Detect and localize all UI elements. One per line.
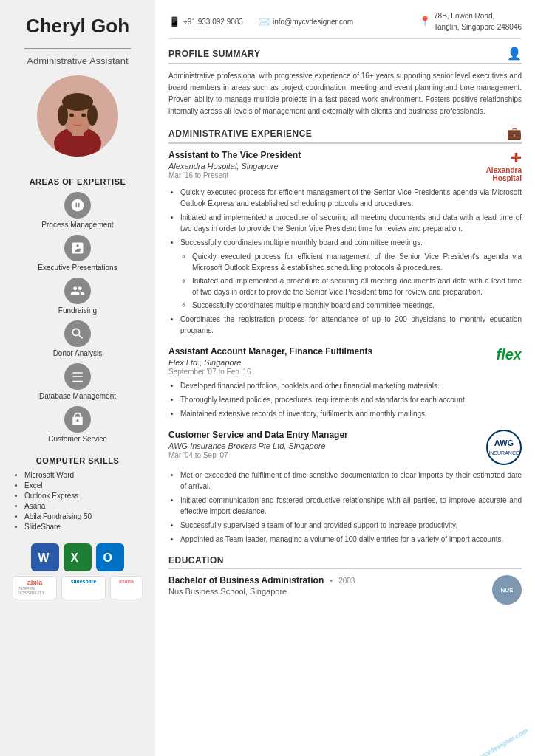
- phone-number: +91 933 092 9083: [183, 18, 243, 26]
- sidebar: Cheryl Goh Administrative Assistant AREA…: [0, 0, 155, 756]
- profile-icon: 👤: [507, 47, 522, 61]
- job-flex: Assistant Account Manager, Finance Fulfi…: [168, 346, 522, 419]
- job2-company: Flex Ltd., Singapore: [168, 358, 372, 367]
- education-row: Bachelor of Business Administration • 20…: [168, 575, 522, 605]
- experience-heading: ADMINISTRATIVE EXPERIENCE 💼: [168, 126, 522, 144]
- experience-section: ADMINISTRATIVE EXPERIENCE 💼 Assistant to…: [168, 126, 522, 545]
- job3-details: Customer Service and Data Entry Manager …: [168, 430, 348, 459]
- svg-point-8: [81, 114, 86, 117]
- slideshare-logo: slideshare: [61, 576, 106, 599]
- svg-text:O: O: [103, 551, 112, 564]
- profile-summary-text: Administrative professional with progres…: [168, 70, 522, 117]
- job3-bullet-4: Appointed as Team leader, managing a vol…: [180, 534, 522, 545]
- degree-year: 2003: [338, 577, 355, 585]
- avatar: [37, 75, 118, 157]
- job1-sub-bullets: Quickly executed process for efficient m…: [180, 251, 522, 311]
- fundraising-label: Fundraising: [58, 306, 97, 315]
- skill-excel: Excel: [24, 481, 144, 489]
- job3-title: Customer Service and Data Entry Manager: [168, 430, 348, 440]
- email-contact: ✉️ info@mycvdesigner.com: [258, 16, 353, 27]
- degree-school: Nus Business School, Singapore: [168, 587, 355, 596]
- job-title: Administrative Assistant: [27, 55, 128, 66]
- word-icon: W: [31, 543, 59, 571]
- job2-date: September '07 to Feb '16: [168, 368, 372, 376]
- job1-bullet-1: Quickly executed process for efficient m…: [180, 187, 522, 209]
- profile-summary-section: PROFILE SUMMARY 👤 Administrative profess…: [168, 47, 522, 117]
- location-icon: 📍: [419, 14, 431, 29]
- expertise-presentations: Executive Presentations: [38, 235, 117, 272]
- job3-company: AWG Insurance Brokers Pte Ltd, Singapore: [168, 441, 348, 450]
- computer-skills-heading: COMPUTER SKILLS: [36, 456, 120, 465]
- skill-outlook: Outlook Express: [24, 492, 144, 500]
- job2-bullet-3: Maintained extensive records of inventor…: [180, 408, 522, 419]
- abila-logo: abila INSPIRE POSSIBILITY: [13, 576, 57, 599]
- svg-point-6: [87, 105, 98, 126]
- job3-date: Mar '04 to Sep '07: [168, 451, 348, 459]
- education-details: Bachelor of Business Administration • 20…: [168, 575, 355, 596]
- process-management-icon: [64, 192, 91, 219]
- job1-details: Assistant to The Vice President Alexandr…: [168, 150, 301, 179]
- flex-logo: flex: [470, 346, 522, 363]
- job2-bullets: Developed financial portfolios, booklets…: [168, 380, 522, 419]
- presentations-icon: [64, 235, 91, 261]
- skill-word: Microsoft Word: [24, 471, 144, 479]
- expertise-database: Database Management: [39, 363, 116, 400]
- education-section: EDUCATION Bachelor of Business Administr…: [168, 555, 522, 605]
- job2-bullet-1: Developed financial portfolios, booklets…: [180, 380, 522, 391]
- software-icons: W X O: [31, 543, 124, 571]
- job1-bullet-3: Successfully coordinates multiple monthl…: [180, 237, 522, 311]
- svg-text:W: W: [38, 551, 49, 564]
- customer-service-icon: [64, 406, 91, 433]
- outlook-icon: O: [96, 543, 124, 571]
- main-content: 📱 +91 933 092 9083 ✉️ info@mycvdesigner.…: [155, 0, 535, 756]
- job1-sub-3: Successfully coordinates multiple monthl…: [192, 300, 522, 311]
- phone-icon: 📱: [168, 16, 180, 27]
- contact-header: 📱 +91 933 092 9083 ✉️ info@mycvdesigner.…: [168, 10, 522, 39]
- skill-slideshare: SlideShare: [24, 523, 144, 531]
- database-management-icon: [64, 363, 91, 390]
- phone-contact: 📱 +91 933 092 9083: [168, 16, 243, 27]
- svg-point-7: [69, 114, 74, 117]
- expertise-process: Process Management: [41, 192, 113, 229]
- address: 78B, Lowen Road, Tanglin, Singapore 2480…: [434, 10, 522, 32]
- job1-date: Mar '16 to Present: [168, 171, 301, 179]
- job1-bullet-2: Initiated and implemented a procedure of…: [180, 212, 522, 234]
- email-icon: ✉️: [258, 16, 270, 27]
- svg-point-5: [58, 105, 68, 126]
- job1-sub-1: Quickly executed process for efficient m…: [192, 251, 522, 273]
- job-awg: Customer Service and Data Entry Manager …: [168, 430, 522, 545]
- process-management-label: Process Management: [41, 221, 113, 229]
- expertise-customer-service: Customer Service: [48, 406, 106, 443]
- email-address: info@mycvdesigner.com: [273, 18, 353, 26]
- sidebar-divider: [24, 48, 131, 49]
- candidate-name: Cheryl Goh: [26, 15, 129, 38]
- job2-company-row: Assistant Account Manager, Finance Fulfi…: [168, 346, 522, 376]
- job2-title: Assistant Account Manager, Finance Fulfi…: [168, 346, 372, 357]
- awg-logo: AWGINSURANCE: [470, 430, 522, 465]
- job1-title: Assistant to The Vice President: [168, 150, 301, 160]
- job1-extra-bullet: Coordinates the registration process for…: [180, 314, 522, 336]
- skill-abila: Abila Fundraising 50: [24, 512, 144, 520]
- computer-skills-list: Microsoft Word Excel Outlook Express Asa…: [11, 471, 144, 533]
- education-heading: EDUCATION: [168, 555, 522, 569]
- job1-sub-2: Initiated and implemented a procedure of…: [192, 275, 522, 298]
- skill-asana: Asana: [24, 502, 144, 510]
- job3-company-row: Customer Service and Data Entry Manager …: [168, 430, 522, 465]
- job1-company: Alexandra Hospital, Singapore: [168, 162, 301, 171]
- excel-icon: X: [64, 543, 92, 571]
- job3-bullet-3: Successfully supervised a team of four a…: [180, 520, 522, 531]
- job3-bullet-1: Met or exceeded the fulfilment of time s…: [180, 470, 522, 492]
- experience-icon: 💼: [507, 126, 522, 140]
- areas-of-expertise-heading: AREAS OF EXPERTISE: [30, 177, 126, 186]
- software-icons-row2: abila INSPIRE POSSIBILITY slideshare asa…: [13, 576, 143, 599]
- donor-analysis-icon: [64, 320, 91, 347]
- job2-bullet-2: Thoroughly learned policies, procedures,…: [180, 394, 522, 405]
- svg-text:X: X: [70, 551, 78, 564]
- alexandra-logo: ✚ AlexandraHospital: [486, 150, 522, 182]
- asana-logo: asana: [110, 576, 143, 599]
- database-management-label: Database Management: [39, 392, 116, 400]
- job1-bullets: Quickly executed process for efficient m…: [168, 187, 522, 336]
- expertise-fundraising: Fundraising: [58, 278, 97, 315]
- profile-summary-heading: PROFILE SUMMARY 👤: [168, 47, 522, 64]
- fundraising-icon: [64, 278, 91, 304]
